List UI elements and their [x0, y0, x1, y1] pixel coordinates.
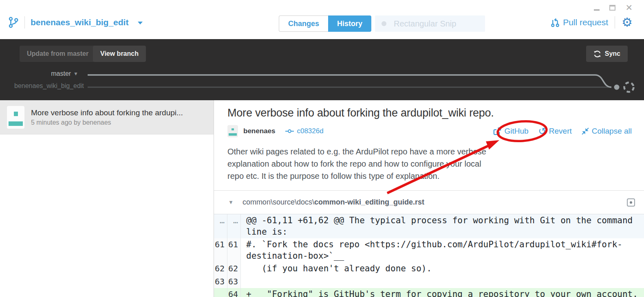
old-line-number: 63: [214, 275, 227, 288]
branch-toolbar-and-graph: Update from master View branch Sync mast…: [0, 39, 644, 100]
commit-actions: GitHub ↺ Revert Collapse all: [493, 127, 632, 136]
pull-request-button[interactable]: Pull request: [551, 17, 608, 28]
diff-context-row: 63 63: [214, 275, 644, 288]
pull-request-label: Pull request: [563, 18, 608, 27]
diff-context-row: 61 61 #. `Fork the docs repo <https://gi…: [214, 238, 644, 262]
branch-curve: [595, 75, 611, 87]
diff-added-row: 64 + "Forking" is GitHub's term for copy…: [214, 288, 644, 297]
branch-graph: [0, 39, 644, 100]
commit-meta-row: benenaes c08326d GitHub: [227, 125, 644, 137]
revert-link[interactable]: ↺ Revert: [538, 127, 572, 136]
tab-history[interactable]: History: [328, 15, 371, 32]
file-name: common-wiki_editing_guide.rst: [314, 198, 424, 206]
maximize-icon[interactable]: [609, 5, 615, 11]
commit-icon: [285, 128, 294, 134]
commit-author: benenaes: [243, 127, 275, 135]
revert-icon: ↺: [538, 128, 546, 135]
new-line-number: 61: [227, 238, 241, 262]
diff-context-row: 62 62 (if you haven't already done so).: [214, 262, 644, 275]
collapse-icon: [582, 128, 589, 135]
gear-icon[interactable]: ⚙: [622, 16, 633, 29]
commit-detail-panel: More verbose info about forking the ardu…: [214, 100, 644, 297]
snip-dot-icon: [382, 21, 386, 26]
divider: [24, 16, 25, 29]
repo-switcher[interactable]: benenaes_wiki_big_edit: [8, 16, 143, 29]
diff-code: + "Forking" is GitHub's term for copying…: [241, 288, 644, 297]
title-bar: ✕ benenaes_wiki_big_edit Changes History…: [0, 0, 644, 39]
commit-sha[interactable]: c08326d: [297, 127, 323, 135]
commit-list-item-selected[interactable]: More verbose info about forking the ardu…: [0, 100, 214, 134]
external-link-icon: [493, 127, 501, 135]
close-icon[interactable]: ✕: [625, 4, 633, 12]
commit-item-title: More verbose info about forking the ardu…: [31, 108, 183, 117]
old-line-number: 61: [214, 238, 227, 262]
header-actions: Pull request ⚙: [551, 16, 633, 29]
diff-hunk-row: … … @@ -61,11 +61,62 @@ The typical proc…: [214, 214, 644, 238]
current-repo-name: benenaes_wiki_big_edit: [31, 18, 128, 27]
content-area: More verbose info about forking the ardu…: [0, 100, 644, 297]
snipping-tool-ghost-overlay: Rectangular Snip: [375, 15, 485, 32]
git-branch-icon: [8, 16, 19, 29]
view-tabs: Changes History: [279, 15, 371, 32]
github-link[interactable]: GitHub: [493, 127, 528, 136]
commit-history-list: More verbose info about forking the ardu…: [0, 100, 214, 297]
old-line-number: …: [214, 214, 227, 238]
diff-code: [241, 275, 644, 288]
file-modified-icon: [627, 198, 635, 207]
commit-item-meta: 5 minutes ago by benenaes: [31, 119, 183, 126]
avatar: [227, 125, 238, 137]
new-line-number: …: [227, 214, 241, 238]
diff-code: (if you haven't already done so).: [241, 262, 644, 275]
tab-changes[interactable]: Changes: [279, 15, 328, 32]
diff-file-header[interactable]: ▼ common\source\docs\common-wiki_editing…: [214, 190, 644, 214]
chevron-down-icon: [138, 22, 143, 24]
new-line-number: 64: [227, 288, 241, 297]
head-ring-icon[interactable]: [624, 83, 634, 92]
minimize-icon[interactable]: [594, 9, 600, 11]
new-line-number: 63: [227, 275, 241, 288]
new-line-number: 62: [227, 262, 241, 275]
old-line-number: [214, 288, 227, 297]
collapse-all-link[interactable]: Collapse all: [582, 127, 632, 136]
diff-code: #. `Fork the docs repo <https://github.c…: [241, 238, 644, 262]
old-line-number: 62: [214, 262, 227, 275]
commit-description: Other wiki pages related to e.g. the Ard…: [227, 145, 644, 182]
avatar: [7, 106, 24, 129]
diff-code: @@ -61,11 +61,62 @@ The typical process …: [241, 214, 644, 238]
commit-dot[interactable]: [614, 85, 620, 90]
file-path: common\source\docs\common-wiki_editing_g…: [243, 198, 424, 207]
pull-request-icon: [551, 17, 560, 28]
divider: [615, 16, 615, 29]
collapse-triangle-icon[interactable]: ▼: [228, 199, 234, 205]
commit-title: More verbose info about forking the ardu…: [227, 107, 644, 119]
diff-view: … … @@ -61,11 +61,62 @@ The typical proc…: [214, 214, 644, 297]
window-controls: ✕: [594, 3, 633, 12]
